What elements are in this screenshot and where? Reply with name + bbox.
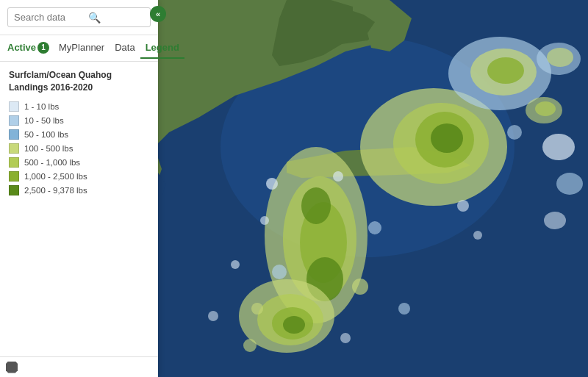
legend-swatch-6 [9,185,19,195]
svg-point-33 [251,303,263,315]
legend-item-5: 1,000 - 2,500 lbs [9,171,149,182]
svg-point-40 [243,339,257,352]
legend-swatch-3 [9,143,19,154]
legend-swatch-5 [9,171,19,182]
svg-point-30 [266,178,278,190]
svg-point-13 [487,57,524,84]
svg-point-19 [556,173,583,195]
side-panel: 🔍 Active 1 MyPlanner Data Legend Surfcla… [0,0,158,377]
svg-point-41 [208,311,218,321]
svg-point-18 [542,134,575,160]
search-input[interactable] [7,7,151,27]
svg-point-35 [368,221,381,234]
svg-point-31 [260,216,269,225]
tab-data[interactable]: Data [110,37,140,59]
svg-point-10 [431,123,463,153]
svg-point-42 [457,200,469,212]
svg-point-20 [544,212,566,229]
legend-swatch-4 [9,157,19,168]
svg-point-17 [535,101,556,116]
svg-point-34 [333,171,343,182]
svg-point-36 [352,279,368,295]
tab-active[interactable]: Active 1 [3,37,54,60]
legend-item-1: 10 - 50 lbs [9,115,149,126]
layers-icon[interactable] [6,362,18,373]
svg-point-29 [283,316,305,334]
svg-point-37 [398,303,410,315]
tabs-bar: Active 1 MyPlanner Data Legend [0,35,158,62]
svg-point-38 [340,333,351,343]
legend-item-2: 50 - 100 lbs [9,129,149,140]
bottom-toolbar [0,356,158,377]
tab-myplanner[interactable]: MyPlanner [54,37,110,59]
svg-point-39 [231,260,240,269]
legend-item-0: 1 - 10 lbs [9,101,149,112]
svg-point-44 [507,125,522,140]
svg-point-15 [547,48,573,67]
active-badge: 1 [37,42,49,54]
legend-item-3: 100 - 500 lbs [9,143,149,154]
legend-item-4: 500 - 1,000 lbs [9,157,149,168]
legend-panel: Surfclam/Ocean Quahog Landings 2016-2020… [0,62,158,356]
legend-item-6: 2,500 - 9,378 lbs [9,185,149,195]
svg-point-32 [272,265,287,279]
search-icon: 🔍 [88,12,101,24]
svg-point-43 [473,231,482,240]
collapse-button[interactable]: « [150,6,166,22]
search-bar: 🔍 [0,0,158,35]
legend-swatch-2 [9,129,19,140]
svg-point-25 [301,187,331,224]
tab-legend[interactable]: Legend [140,37,184,59]
legend-title: Surfclam/Ocean Quahog Landings 2016-2020 [9,69,149,94]
legend-swatch-1 [9,115,19,126]
legend-swatch-0 [9,101,19,112]
